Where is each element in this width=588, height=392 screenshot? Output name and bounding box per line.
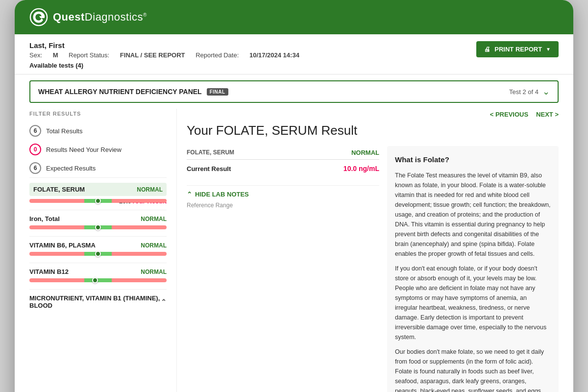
- result-table: FOLATE, SERUM NORMAL Current Result 10.0…: [187, 146, 379, 177]
- report-status: Report Status: FINAL / SEE REPORT: [69, 51, 187, 59]
- available-tests-label: Available tests (4): [29, 62, 308, 69]
- device-frame: QuestDiagnostics® Last, First Sex: M Rep…: [15, 0, 573, 392]
- prev-button[interactable]: < PREVIOUS: [490, 111, 528, 118]
- filter-total-results[interactable]: 6 Total Results: [29, 122, 167, 140]
- ref-range-label: Reference Range: [187, 202, 379, 209]
- expand-icon: ⌃: [161, 298, 167, 306]
- chevron-down-icon: ▼: [546, 47, 551, 52]
- test-iron-header: Iron, Total NORMAL: [29, 215, 167, 222]
- test-vitb12[interactable]: VITAMIN B12 NORMAL: [29, 263, 167, 289]
- patient-meta: Sex: M Report Status: FINAL / SEE REPORT…: [29, 51, 308, 59]
- test-folate-serum-header: FOLATE, SERUM NORMAL: [29, 183, 167, 196]
- printer-icon: 🖨: [484, 46, 490, 53]
- nav-arrows: < PREVIOUS NEXT >: [187, 109, 559, 118]
- panel-selector[interactable]: WHEAT ALLERGY NUTRIENT DEFICIENCY PANEL …: [29, 80, 559, 103]
- next-button[interactable]: NEXT >: [536, 111, 559, 118]
- folate-gauge-dot: [95, 198, 101, 204]
- result-title: Your FOLATE, SERUM Result: [187, 123, 559, 138]
- result-area: < PREVIOUS NEXT > Your FOLATE, SERUM Res…: [176, 109, 559, 392]
- chevron-up-icon: ⌃: [187, 191, 192, 198]
- test-folate-serum[interactable]: FOLATE, SERUM NORMAL Your Result 10.0: [29, 177, 167, 210]
- reported-date: Reported Date: 10/17/2024 14:34: [196, 51, 299, 59]
- folate-gauge: [29, 199, 167, 203]
- filter-review-results[interactable]: 0 Results Need Your Review: [29, 140, 167, 159]
- review-results-badge: 0: [29, 144, 41, 155]
- test-vitb6-header: VITAMIN B6, PLASMA NORMAL: [29, 242, 167, 249]
- review-results-label: Results Need Your Review: [46, 146, 122, 153]
- result-left: FOLATE, SERUM NORMAL Current Result 10.0…: [187, 146, 379, 392]
- quest-logo-icon: [29, 8, 48, 26]
- test-thiamine[interactable]: MICRONUTRIENT, VITAMIN B1 (THIAMINE), BL…: [29, 289, 167, 314]
- info-box-title: What is Folate?: [395, 154, 551, 166]
- panel-name: WHEAT ALLERGY NUTRIENT DEFICIENCY PANEL …: [38, 88, 228, 96]
- filter-results-label: FILTER RESULTS: [29, 111, 167, 117]
- iron-gauge: [29, 225, 167, 229]
- patient-info: Last, First Sex: M Report Status: FINAL …: [29, 41, 308, 69]
- filter-expected-results[interactable]: 6 Expected Results: [29, 159, 167, 177]
- logo-text: QuestDiagnostics®: [53, 11, 147, 24]
- test-vitb12-header: VITAMIN B12 NORMAL: [29, 268, 167, 275]
- final-badge: FINAL: [207, 88, 228, 96]
- test-iron-total[interactable]: Iron, Total NORMAL: [29, 210, 167, 236]
- patient-name: Last, First: [29, 41, 308, 49]
- info-box-para3: Our bodies don't make folate, so we need…: [395, 347, 551, 392]
- info-box-para1: The Folate Test measures the level of vi…: [395, 171, 551, 259]
- expected-results-badge: 6: [29, 162, 41, 174]
- hide-lab-notes-button[interactable]: ⌃ HIDE LAB NOTES: [187, 185, 379, 198]
- expected-results-label: Expected Results: [46, 165, 96, 172]
- total-results-badge: 6: [29, 125, 41, 137]
- logo-area: QuestDiagnostics®: [29, 8, 147, 26]
- header: QuestDiagnostics®: [15, 0, 573, 34]
- sex-info: Sex: M: [29, 51, 60, 59]
- info-box: What is Folate? The Folate Test measures…: [387, 146, 559, 392]
- test-thiamine-header[interactable]: MICRONUTRIENT, VITAMIN B1 (THIAMINE), BL…: [29, 294, 167, 309]
- result-table-header: FOLATE, SERUM NORMAL: [187, 146, 379, 160]
- main-content: FILTER RESULTS 6 Total Results 0 Results…: [15, 109, 573, 392]
- sidebar: FILTER RESULTS 6 Total Results 0 Results…: [29, 109, 176, 392]
- total-results-label: Total Results: [46, 127, 82, 135]
- panel-nav: Test 2 of 4 ⌄: [509, 86, 550, 97]
- print-report-button[interactable]: 🖨 PRINT REPORT ▼: [476, 41, 559, 57]
- top-bar: Last, First Sex: M Report Status: FINAL …: [15, 34, 573, 74]
- result-columns: FOLATE, SERUM NORMAL Current Result 10.0…: [187, 146, 559, 392]
- iron-gauge-dot: [95, 224, 101, 230]
- test-vitb6[interactable]: VITAMIN B6, PLASMA NORMAL: [29, 236, 167, 263]
- info-box-para2: If you don't eat enough folate, or if yo…: [395, 264, 551, 342]
- vitb12-gauge: [29, 278, 167, 282]
- panel-chevron-icon[interactable]: ⌄: [542, 86, 550, 97]
- vitb6-gauge: [29, 252, 167, 256]
- vitb6-gauge-dot: [95, 251, 101, 257]
- result-table-row: Current Result 10.0 ng/mL: [187, 160, 379, 177]
- vitb12-gauge-dot: [92, 277, 98, 283]
